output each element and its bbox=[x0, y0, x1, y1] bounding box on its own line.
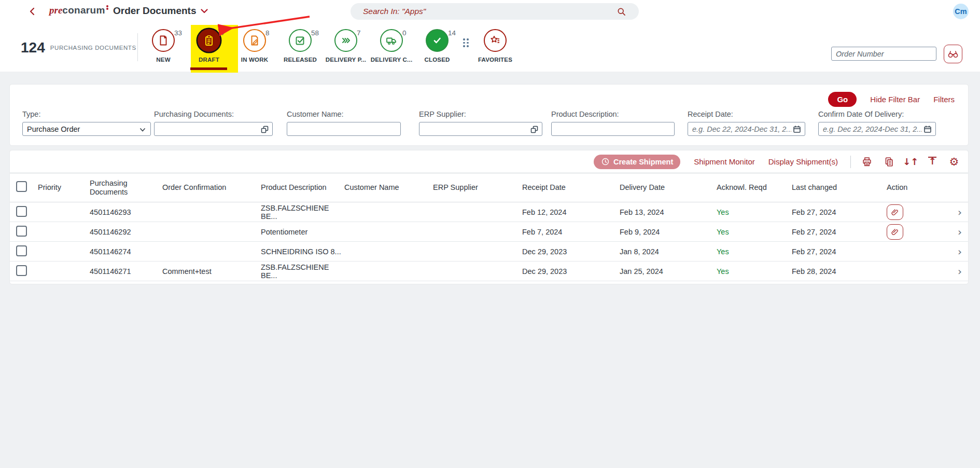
grip-dots-icon[interactable] bbox=[463, 38, 469, 47]
shipment-monitor-link[interactable]: Shipment Monitor bbox=[694, 157, 755, 166]
tab-favorites[interactable]: FAVORITES bbox=[472, 29, 518, 63]
order-number-input[interactable] bbox=[831, 47, 936, 61]
filter-confirm-date-of-delivery: Confirm Date Of Delivery: bbox=[818, 110, 936, 136]
truck-icon bbox=[385, 34, 398, 47]
tab-count: 7 bbox=[357, 29, 361, 37]
tab-draft[interactable]: 4 DRAFT bbox=[186, 29, 232, 63]
row-navigate-chevron[interactable]: › bbox=[958, 245, 968, 258]
search-icon[interactable] bbox=[617, 7, 626, 17]
delivery-date-cell: Jan 25, 2024 bbox=[620, 267, 717, 276]
tab-count: 8 bbox=[265, 29, 270, 37]
binoculars-icon bbox=[947, 49, 959, 59]
select-all-checkbox[interactable] bbox=[16, 181, 27, 192]
search-placeholder: Search In: "Apps" bbox=[363, 7, 426, 16]
table-row[interactable]: 4501146292 Potentiometer Feb 7, 2024 Feb… bbox=[10, 222, 968, 242]
binoculars-search-button[interactable] bbox=[944, 45, 962, 63]
sort-button[interactable]: ↓↑ bbox=[904, 155, 917, 169]
calendar-icon[interactable] bbox=[792, 125, 802, 134]
erp-supplier-input[interactable] bbox=[419, 122, 542, 135]
delivery-date-cell: Jan 8, 2024 bbox=[620, 247, 717, 256]
tab-released[interactable]: 58 RELEASED bbox=[277, 29, 323, 63]
to-top-icon: ↑ bbox=[928, 157, 936, 167]
customer-name-input[interactable] bbox=[287, 122, 400, 135]
calendar-icon[interactable] bbox=[923, 125, 932, 134]
go-button[interactable]: Go bbox=[828, 92, 857, 107]
col-acknowl-reqd: Acknowl. Reqd bbox=[717, 183, 792, 192]
avatar[interactable]: Cm bbox=[953, 4, 969, 19]
settings-button[interactable]: ⚙ bbox=[947, 155, 961, 169]
col-order-confirmation: Order Confirmation bbox=[162, 183, 261, 192]
filter-erp-supplier: ERP Supplier: bbox=[419, 110, 542, 136]
copy-export-icon bbox=[883, 156, 894, 168]
chevron-down-icon[interactable] bbox=[138, 125, 147, 134]
tab-in-work[interactable]: 8 IN WORK bbox=[232, 29, 277, 63]
logo-dots bbox=[106, 5, 108, 10]
row-navigate-chevron[interactable]: › bbox=[958, 265, 968, 278]
attachment-button[interactable] bbox=[887, 224, 903, 240]
filter-label: Product Description: bbox=[551, 110, 675, 118]
receipt-date-input[interactable] bbox=[688, 122, 805, 135]
product-description-cell: Potentiometer bbox=[261, 228, 344, 236]
filter-receipt-date: Receipt Date: bbox=[688, 110, 805, 136]
row-navigate-chevron[interactable]: › bbox=[958, 226, 968, 238]
scroll-to-top-button[interactable]: ↑ bbox=[926, 155, 939, 169]
documents-count-label: PURCHASING DOCUMENTS bbox=[50, 45, 136, 51]
row-checkbox[interactable] bbox=[16, 226, 27, 237]
filter-bar: Go Hide Filter Bar Filters Type: Purchas… bbox=[10, 85, 968, 145]
export-button[interactable] bbox=[882, 155, 895, 169]
tab-delivery-completed[interactable]: 0 DELIVERY C... bbox=[369, 29, 414, 63]
product-description-input[interactable] bbox=[552, 122, 674, 135]
last-changed-cell: Feb 27, 2024 bbox=[792, 208, 887, 216]
clipboard-icon bbox=[203, 34, 215, 47]
acknowl-reqd-cell: Yes bbox=[717, 247, 792, 256]
gear-icon: ⚙ bbox=[949, 156, 959, 168]
product-description-cell: SCHNEIDRING ISO 8... bbox=[261, 247, 344, 256]
favorites-star-icon bbox=[489, 34, 501, 47]
confirm-date-of-delivery-input[interactable] bbox=[819, 122, 935, 135]
type-select[interactable]: Purchase Order bbox=[22, 122, 151, 136]
filters-link[interactable]: Filters bbox=[933, 95, 955, 104]
display-shipments-link[interactable]: Display Shipment(s) bbox=[768, 157, 838, 166]
col-receipt-date: Receipt Date bbox=[522, 183, 620, 192]
row-navigate-chevron[interactable]: › bbox=[958, 206, 968, 218]
order-documents-app: preconarum Order Documents Search In: "A… bbox=[0, 0, 980, 468]
tab-count: 14 bbox=[448, 29, 456, 37]
filter-product-description: Product Description: bbox=[551, 110, 675, 136]
back-button[interactable] bbox=[26, 5, 38, 18]
value-help-icon[interactable] bbox=[529, 125, 539, 134]
col-erp-supplier: ERP Supplier bbox=[433, 183, 522, 192]
tab-label: NEW bbox=[141, 57, 186, 63]
value-help-icon[interactable] bbox=[260, 125, 269, 134]
status-tab-strip: 124 PURCHASING DOCUMENTS 33 NEW bbox=[0, 23, 980, 72]
receipt-date-cell: Dec 29, 2023 bbox=[522, 247, 620, 256]
table-row[interactable]: 4501146271 Comment+test ZSB.FALZSCHIENE … bbox=[10, 261, 968, 281]
tab-label: DELIVERY C... bbox=[369, 57, 414, 63]
row-checkbox[interactable] bbox=[16, 206, 27, 217]
paperclip-icon bbox=[891, 208, 899, 216]
table-row[interactable]: 4501146274 SCHNEIDRING ISO 8... Dec 29, … bbox=[10, 242, 968, 261]
attachment-button[interactable] bbox=[887, 204, 903, 220]
create-shipment-button[interactable]: Create Shipment bbox=[594, 155, 680, 169]
app-title-menu[interactable]: Order Documents bbox=[113, 5, 208, 17]
document-pencil-icon bbox=[248, 34, 261, 47]
purchasing-documents-input[interactable] bbox=[155, 122, 272, 135]
product-description-cell: ZSB.FALZSCHIENE BE... bbox=[261, 263, 344, 280]
tab-label: RELEASED bbox=[277, 57, 323, 63]
row-checkbox[interactable] bbox=[16, 265, 27, 276]
purchasing-document-cell: 4501146271 bbox=[90, 267, 162, 276]
filter-label: Customer Name: bbox=[287, 110, 401, 118]
avatar-initials: Cm bbox=[955, 7, 967, 16]
logo-text-pre: pre bbox=[49, 4, 62, 17]
global-search[interactable]: Search In: "Apps" bbox=[351, 3, 639, 20]
filter-type: Type: Purchase Order bbox=[22, 110, 151, 136]
sort-icon: ↓↑ bbox=[903, 156, 918, 167]
print-button[interactable] bbox=[860, 155, 874, 169]
hide-filter-bar-link[interactable]: Hide Filter Bar bbox=[870, 95, 920, 104]
company-logo[interactable]: preconarum bbox=[49, 4, 108, 17]
tab-delivery-planned[interactable]: 7 DELIVERY P... bbox=[323, 29, 369, 63]
tab-closed[interactable]: 14 CLOSED bbox=[414, 29, 460, 63]
tab-new[interactable]: 33 NEW bbox=[141, 29, 186, 63]
triple-chevron-icon bbox=[340, 34, 352, 47]
row-checkbox[interactable] bbox=[16, 245, 27, 256]
table-row[interactable]: 4501146293 ZSB.FALZSCHIENE BE... Feb 12,… bbox=[10, 202, 968, 222]
